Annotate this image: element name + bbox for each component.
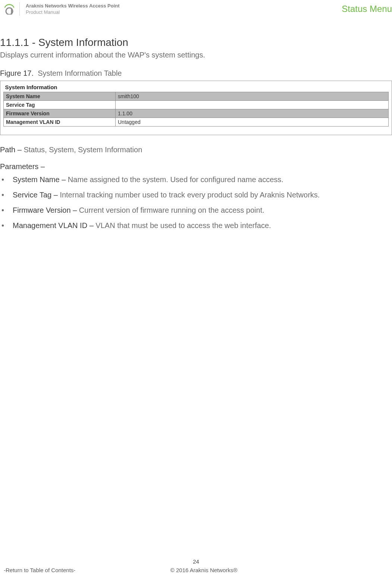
row-label: Firmware Version <box>4 109 116 118</box>
figure-caption: Figure 17. System Information Table <box>0 69 392 78</box>
list-item: Service Tag – Internal tracking number u… <box>1 190 392 200</box>
row-label: Management VLAN ID <box>4 118 116 127</box>
header-product-title: Araknis Networks Wireless Access Point <box>26 3 120 9</box>
param-desc: Internal tracking number used to track e… <box>60 191 320 199</box>
table-title-cell: System Information <box>4 83 389 92</box>
footer-row: -Return to Table of Contents- © 2016 Ara… <box>4 567 388 573</box>
param-desc: VLAN that must be used to access the web… <box>95 221 271 230</box>
param-desc: Current version of firmware running on t… <box>79 206 264 214</box>
system-info-table: System Information System Name smith100 … <box>3 83 389 127</box>
param-term: System Name – <box>13 175 68 184</box>
header-manual-label: Product Manual <box>26 9 120 15</box>
param-term: Firmware Version – <box>13 206 79 214</box>
param-desc: Name assigned to the system. Used for co… <box>68 175 283 184</box>
path-label: Path – <box>0 146 23 154</box>
path-value: Status, System, System Information <box>23 146 142 154</box>
list-item: Firmware Version – Current version of fi… <box>1 205 392 215</box>
section-description: Displays current information about the W… <box>0 51 392 59</box>
param-term: Management VLAN ID – <box>13 221 95 230</box>
parameters-list: System Name – Name assigned to the syste… <box>0 175 392 231</box>
page-content: 11.1.1 - System Information Displays cur… <box>0 18 392 231</box>
page-header: Araknis Networks Wireless Access Point P… <box>0 0 392 18</box>
table-title-row: System Information <box>4 83 389 92</box>
section-heading: 11.1.1 - System Information <box>0 37 392 49</box>
page-footer: 24 -Return to Table of Contents- © 2016 … <box>0 558 392 573</box>
table-row: Firmware Version 1.1.00 <box>4 109 389 118</box>
header-title-block: Araknis Networks Wireless Access Point P… <box>24 3 120 15</box>
page-number: 24 <box>4 558 388 565</box>
system-info-table-container: System Information System Name smith100 … <box>0 81 392 135</box>
figure-number: Figure 17. <box>0 69 34 77</box>
row-value <box>116 101 389 109</box>
row-label: Service Tag <box>4 101 116 109</box>
row-value: 1.1.00 <box>116 109 389 118</box>
row-label: System Name <box>4 92 116 101</box>
parameters-heading: Parameters – <box>0 162 392 171</box>
table-row: Management VLAN ID Untagged <box>4 118 389 127</box>
copyright-text: © 2016 Araknis Networks® <box>170 567 238 573</box>
figure-title: System Information Table <box>38 69 122 77</box>
brand-logo-icon <box>4 3 15 15</box>
header-left-block: Araknis Networks Wireless Access Point P… <box>4 2 120 16</box>
status-menu-label: Status Menu <box>342 4 392 14</box>
brand-logo-wrap <box>4 2 20 16</box>
table-row: Service Tag <box>4 101 389 109</box>
row-value: smith100 <box>116 92 389 101</box>
row-value: Untagged <box>116 118 389 127</box>
path-line: Path – Status, System, System Informatio… <box>0 146 392 154</box>
param-term: Service Tag – <box>13 191 60 199</box>
table-row: System Name smith100 <box>4 92 389 101</box>
list-item: System Name – Name assigned to the syste… <box>1 175 392 185</box>
list-item: Management VLAN ID – VLAN that must be u… <box>1 221 392 231</box>
return-toc-link[interactable]: -Return to Table of Contents- <box>4 567 75 573</box>
